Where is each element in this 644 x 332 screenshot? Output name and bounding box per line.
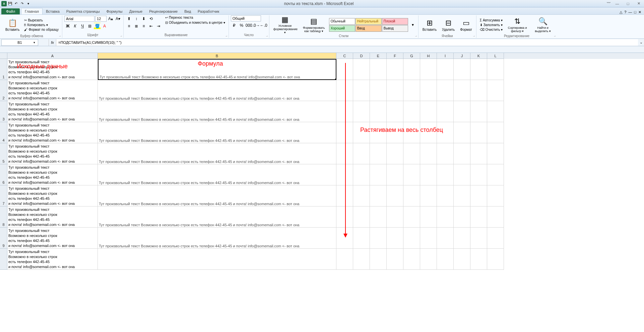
row-header[interactable]: 5 — [0, 143, 7, 164]
cell[interactable] — [403, 164, 420, 185]
cell[interactable] — [336, 80, 353, 101]
cell[interactable]: Тут произвольный текстВозможно в несколь… — [7, 206, 98, 228]
cell[interactable] — [370, 185, 387, 206]
cell[interactable] — [336, 185, 353, 206]
cell[interactable] — [370, 249, 387, 270]
cell[interactable] — [437, 143, 454, 164]
row-header[interactable]: 1 — [0, 59, 7, 80]
cell[interactable] — [336, 164, 353, 185]
cell[interactable] — [353, 59, 370, 80]
grid-area[interactable]: ABCDEFGHIJKL 1Тут произвольный текстВозм… — [0, 53, 644, 331]
cell[interactable] — [470, 206, 487, 228]
cell[interactable] — [403, 59, 420, 80]
cell[interactable]: Тут произвольный текстВозможно в несколь… — [7, 80, 98, 101]
underline-icon[interactable]: Ч — [79, 23, 86, 29]
tab-developer[interactable]: Разработчик — [194, 8, 222, 14]
cell[interactable]: Тут произвольный текстВозможно в несколь… — [7, 164, 98, 185]
col-header-G[interactable]: G — [403, 53, 420, 59]
maximize-button[interactable]: □ — [624, 1, 632, 7]
find-select-button[interactable]: 🔍Найти и выделить ▾ — [531, 15, 555, 34]
cell[interactable] — [470, 164, 487, 185]
cell[interactable] — [370, 122, 387, 143]
col-header-K[interactable]: K — [470, 53, 487, 59]
bold-icon[interactable]: Ж — [64, 23, 71, 29]
cell[interactable] — [387, 122, 403, 143]
cell[interactable] — [353, 101, 370, 122]
orientation-icon[interactable]: ⟲ — [148, 15, 154, 22]
cell[interactable] — [403, 249, 420, 270]
font-color-icon[interactable]: A — [101, 23, 108, 29]
align-right-icon[interactable]: ≡ — [140, 23, 147, 29]
name-box-dropdown-icon[interactable]: ▾ — [34, 41, 35, 44]
name-box[interactable] — [1, 39, 38, 46]
help-icon[interactable]: ? — [624, 10, 626, 14]
cell[interactable] — [437, 164, 454, 185]
cell[interactable] — [98, 249, 336, 270]
cell[interactable] — [487, 206, 504, 228]
cell[interactable] — [487, 59, 504, 80]
decrease-decimal-icon[interactable]: ←.0 — [260, 22, 267, 29]
currency-icon[interactable]: ₽ — [231, 22, 238, 29]
font-size-combo[interactable] — [95, 16, 107, 22]
cell[interactable] — [370, 59, 387, 80]
cell[interactable] — [470, 59, 487, 80]
cell[interactable]: Тут произвольный текст Возможно в нескол… — [98, 185, 336, 206]
cell[interactable] — [420, 59, 437, 80]
number-format-combo[interactable] — [231, 15, 261, 21]
cell[interactable] — [437, 101, 454, 122]
cell[interactable] — [370, 101, 387, 122]
save-icon[interactable]: 💾 — [7, 1, 13, 6]
format-as-table-button[interactable]: ▤Форматировать как таблицу ▾ — [300, 15, 328, 34]
style-normal[interactable]: Обычный — [329, 18, 355, 25]
format-cell-button[interactable]: ▭Формат — [458, 15, 474, 34]
cell[interactable] — [403, 122, 420, 143]
cell[interactable] — [487, 249, 504, 270]
cell[interactable] — [403, 206, 420, 228]
delete-cell-button[interactable]: ⊟Удалить — [440, 15, 457, 34]
cell[interactable]: Тут произвольный текстВозможно в несколь… — [7, 59, 98, 80]
cell[interactable]: Тут произвольный текст Возможно в нескол… — [98, 101, 336, 122]
row-header[interactable]: 2 — [0, 80, 7, 101]
row-header[interactable]: 6 — [0, 164, 7, 185]
cell[interactable] — [336, 101, 353, 122]
row-header[interactable]: 4 — [0, 122, 7, 143]
style-output[interactable]: Вывод — [382, 25, 408, 32]
cell[interactable] — [353, 249, 370, 270]
cell[interactable] — [437, 80, 454, 101]
format-painter-button[interactable]: 🖌Формат по образцу — [23, 27, 60, 32]
row-header[interactable] — [0, 249, 7, 270]
autosum-button[interactable]: ΣАвтосумма ▾ — [478, 18, 504, 22]
col-header-C[interactable]: C — [336, 53, 353, 59]
col-header-F[interactable]: F — [387, 53, 403, 59]
col-header-J[interactable]: J — [454, 53, 470, 59]
cell[interactable] — [420, 143, 437, 164]
cell[interactable] — [454, 185, 470, 206]
increase-decimal-icon[interactable]: .0→ — [253, 22, 260, 29]
cell[interactable] — [470, 249, 487, 270]
cell[interactable] — [370, 228, 387, 249]
row-header[interactable]: 8 — [0, 206, 7, 228]
qat-dropdown-icon[interactable]: ▾ — [25, 1, 31, 6]
cell[interactable] — [470, 80, 487, 101]
tab-formulas[interactable]: Формулы — [103, 8, 126, 14]
indent-decrease-icon[interactable]: ⇤ — [148, 23, 154, 29]
cell[interactable] — [454, 143, 470, 164]
border-icon[interactable]: ⊞ — [86, 23, 93, 29]
fx-button[interactable]: fx — [49, 39, 56, 46]
increase-font-icon[interactable]: A▴ — [107, 15, 114, 22]
cell[interactable] — [437, 249, 454, 270]
cell[interactable]: Тут произвольный текстВозможно в несколь… — [7, 228, 98, 249]
cell[interactable] — [403, 143, 420, 164]
doc-close-icon[interactable]: ✕ — [638, 10, 641, 14]
paste-button[interactable]: 📋 Вставить — [3, 15, 21, 34]
sort-filter-button[interactable]: ⇅Сортировка и фильтр ▾ — [505, 15, 529, 34]
cell[interactable] — [370, 164, 387, 185]
cell[interactable] — [370, 143, 387, 164]
cell[interactable] — [387, 59, 403, 80]
cell[interactable] — [420, 101, 437, 122]
align-bottom-icon[interactable]: ⬇ — [140, 15, 147, 22]
copy-button[interactable]: ⎘Копировать ▾ — [23, 23, 60, 27]
align-left-icon[interactable]: ≡ — [126, 23, 132, 29]
style-neutral[interactable]: Нейтральный — [356, 18, 382, 25]
cell[interactable] — [470, 101, 487, 122]
